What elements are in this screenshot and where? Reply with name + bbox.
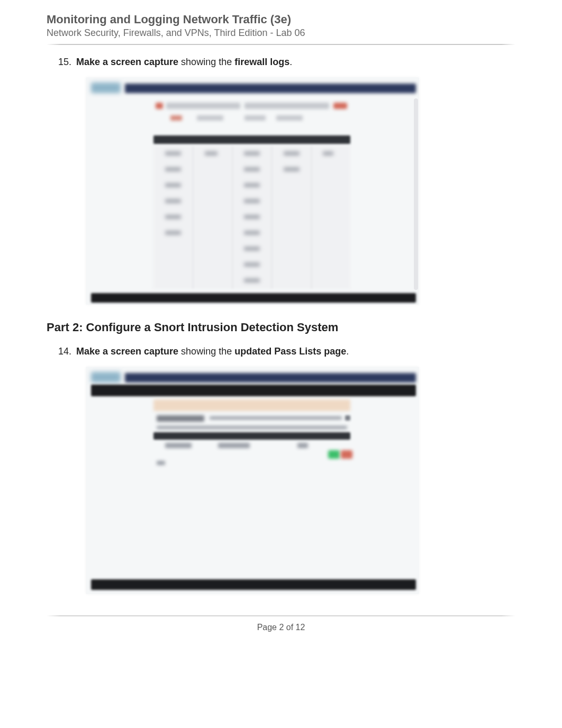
red-badge bbox=[156, 103, 163, 109]
page-title: Monitoring and Logging Network Traffic (… bbox=[47, 13, 515, 26]
table-cell bbox=[165, 443, 192, 448]
red-badge bbox=[333, 103, 347, 109]
notice-panel bbox=[153, 399, 350, 411]
blurred-text bbox=[166, 103, 240, 109]
blurred-text bbox=[244, 115, 266, 121]
list-item-15: 15. Make a screen capture showing the fi… bbox=[47, 57, 515, 68]
close-icon bbox=[345, 415, 350, 421]
logo-icon bbox=[91, 372, 121, 383]
list-number: 15. bbox=[58, 57, 76, 68]
list-item-14: 14. Make a screen capture showing the up… bbox=[47, 346, 515, 357]
bold-text: Make a screen capture bbox=[76, 346, 178, 357]
bold-text: Make a screen capture bbox=[76, 57, 178, 67]
table-body bbox=[153, 146, 350, 289]
blurred-text bbox=[170, 115, 182, 121]
logo-icon bbox=[91, 83, 121, 93]
blurred-line bbox=[157, 426, 347, 429]
plain-text: . bbox=[289, 57, 292, 67]
add-button-icon bbox=[328, 450, 340, 459]
list-text: Make a screen capture showing the update… bbox=[76, 346, 349, 357]
bold-text: firewall logs bbox=[234, 57, 289, 67]
plain-text: showing the bbox=[178, 57, 234, 67]
blurred-line bbox=[210, 416, 342, 420]
document-page: Monitoring and Logging Network Traffic (… bbox=[0, 13, 562, 632]
delete-button-icon bbox=[341, 450, 352, 459]
list-text: Make a screen capture showing the firewa… bbox=[76, 57, 292, 68]
dark-row bbox=[91, 385, 416, 396]
footer-divider bbox=[47, 615, 515, 616]
scrollbar bbox=[414, 98, 418, 290]
header-divider bbox=[47, 44, 515, 45]
blurred-text bbox=[276, 115, 303, 121]
list-number: 14. bbox=[58, 346, 76, 357]
section-heading-part2: Part 2: Configure a Snort Intrusion Dete… bbox=[47, 321, 515, 334]
blurred-heading bbox=[157, 415, 204, 422]
table-header bbox=[153, 432, 350, 440]
blurred-text bbox=[197, 115, 223, 121]
screenshot-pass-lists bbox=[86, 367, 419, 594]
page-number: Page 2 of 12 bbox=[47, 623, 515, 632]
footer-bar bbox=[91, 579, 416, 590]
blurred-text bbox=[157, 461, 165, 465]
blurred-text bbox=[244, 103, 329, 109]
nav-bar bbox=[125, 84, 416, 93]
table-header bbox=[153, 135, 350, 144]
table-cell bbox=[297, 443, 308, 448]
table-cell bbox=[218, 443, 250, 448]
page-subtitle: Network Security, Firewalls, and VPNs, T… bbox=[47, 28, 515, 39]
plain-text: showing the bbox=[178, 346, 234, 357]
plain-text: . bbox=[346, 346, 349, 357]
bold-text: updated Pass Lists page bbox=[234, 346, 346, 357]
nav-bar bbox=[125, 373, 416, 383]
footer-bar bbox=[91, 293, 416, 303]
screenshot-firewall-logs bbox=[86, 77, 419, 305]
